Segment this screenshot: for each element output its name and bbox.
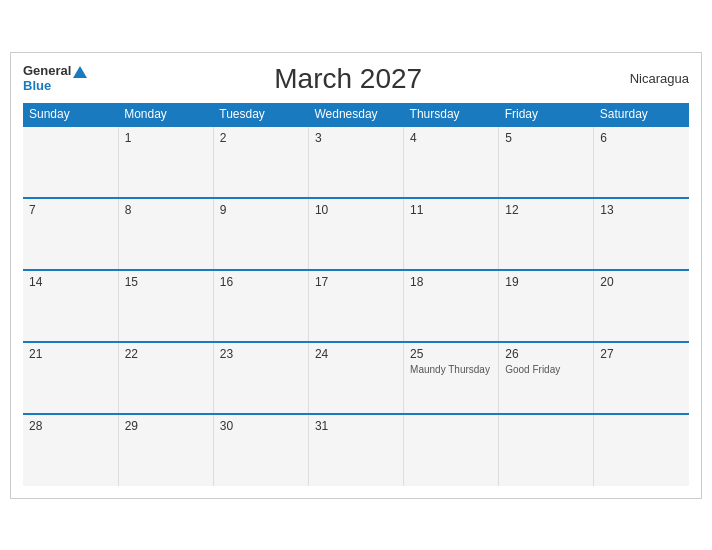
- day-number: 29: [125, 419, 207, 433]
- day-number: 27: [600, 347, 683, 361]
- calendar-title: March 2027: [87, 63, 609, 95]
- day-number: 20: [600, 275, 683, 289]
- day-number: 31: [315, 419, 397, 433]
- day-number: 10: [315, 203, 397, 217]
- day-number: 16: [220, 275, 302, 289]
- day-number: 21: [29, 347, 112, 361]
- calendar-week-row: 28293031: [23, 414, 689, 486]
- header-sunday: Sunday: [23, 103, 118, 126]
- calendar-cell: 28: [23, 414, 118, 486]
- calendar-cell: 26Good Friday: [499, 342, 594, 414]
- calendar-cell: 23: [213, 342, 308, 414]
- calendar-cell: 6: [594, 126, 689, 198]
- calendar-cell: 18: [404, 270, 499, 342]
- header-saturday: Saturday: [594, 103, 689, 126]
- calendar-cell: 10: [308, 198, 403, 270]
- day-number: 13: [600, 203, 683, 217]
- calendar-cell: 30: [213, 414, 308, 486]
- day-event: Maundy Thursday: [410, 363, 492, 376]
- weekday-header-row: Sunday Monday Tuesday Wednesday Thursday…: [23, 103, 689, 126]
- calendar-week-row: 2122232425Maundy Thursday26Good Friday27: [23, 342, 689, 414]
- day-number: 11: [410, 203, 492, 217]
- calendar-cell: 29: [118, 414, 213, 486]
- day-number: 8: [125, 203, 207, 217]
- calendar-cell: 8: [118, 198, 213, 270]
- day-number: 23: [220, 347, 302, 361]
- day-number: 3: [315, 131, 397, 145]
- calendar-cell: 1: [118, 126, 213, 198]
- calendar-cell: 24: [308, 342, 403, 414]
- day-number: 28: [29, 419, 112, 433]
- day-number: 1: [125, 131, 207, 145]
- calendar-cell: 2: [213, 126, 308, 198]
- calendar-cell: [594, 414, 689, 486]
- day-number: 15: [125, 275, 207, 289]
- logo-general: General: [23, 64, 87, 78]
- day-number: 30: [220, 419, 302, 433]
- day-event: Good Friday: [505, 363, 587, 376]
- day-number: 7: [29, 203, 112, 217]
- calendar-cell: [499, 414, 594, 486]
- header-wednesday: Wednesday: [308, 103, 403, 126]
- calendar-cell: 21: [23, 342, 118, 414]
- calendar-cell: 16: [213, 270, 308, 342]
- calendar-cell: [23, 126, 118, 198]
- calendar-table: Sunday Monday Tuesday Wednesday Thursday…: [23, 103, 689, 486]
- calendar-cell: 9: [213, 198, 308, 270]
- day-number: 26: [505, 347, 587, 361]
- calendar-cell: 14: [23, 270, 118, 342]
- calendar-country: Nicaragua: [609, 71, 689, 86]
- day-number: 25: [410, 347, 492, 361]
- day-number: 4: [410, 131, 492, 145]
- header-thursday: Thursday: [404, 103, 499, 126]
- calendar-cell: 3: [308, 126, 403, 198]
- calendar-cell: 4: [404, 126, 499, 198]
- calendar-week-row: 123456: [23, 126, 689, 198]
- calendar-cell: 31: [308, 414, 403, 486]
- calendar-week-row: 14151617181920: [23, 270, 689, 342]
- calendar-cell: 27: [594, 342, 689, 414]
- day-number: 5: [505, 131, 587, 145]
- day-number: 6: [600, 131, 683, 145]
- calendar-cell: 20: [594, 270, 689, 342]
- day-number: 12: [505, 203, 587, 217]
- calendar-header: General Blue March 2027 Nicaragua: [23, 63, 689, 95]
- calendar-cell: 19: [499, 270, 594, 342]
- calendar-week-row: 78910111213: [23, 198, 689, 270]
- calendar-cell: 17: [308, 270, 403, 342]
- logo-triangle-icon: [73, 66, 87, 78]
- day-number: 2: [220, 131, 302, 145]
- day-number: 18: [410, 275, 492, 289]
- day-number: 24: [315, 347, 397, 361]
- day-number: 17: [315, 275, 397, 289]
- header-friday: Friday: [499, 103, 594, 126]
- day-number: 22: [125, 347, 207, 361]
- calendar-cell: [404, 414, 499, 486]
- calendar-cell: 25Maundy Thursday: [404, 342, 499, 414]
- day-number: 14: [29, 275, 112, 289]
- calendar-cell: 13: [594, 198, 689, 270]
- calendar-container: General Blue March 2027 Nicaragua Sunday…: [10, 52, 702, 499]
- calendar-cell: 15: [118, 270, 213, 342]
- day-number: 19: [505, 275, 587, 289]
- day-number: 9: [220, 203, 302, 217]
- calendar-cell: 22: [118, 342, 213, 414]
- logo-area: General Blue: [23, 64, 87, 93]
- calendar-cell: 12: [499, 198, 594, 270]
- calendar-cell: 5: [499, 126, 594, 198]
- logo-blue: Blue: [23, 79, 51, 93]
- header-monday: Monday: [118, 103, 213, 126]
- calendar-cell: 11: [404, 198, 499, 270]
- header-tuesday: Tuesday: [213, 103, 308, 126]
- calendar-cell: 7: [23, 198, 118, 270]
